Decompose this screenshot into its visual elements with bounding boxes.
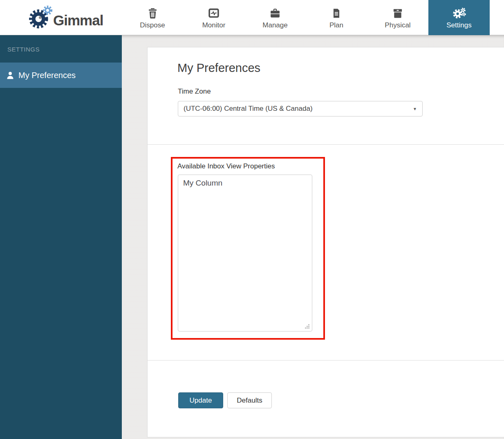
nav-label: Plan (329, 21, 343, 29)
sidebar-section-label: SETTINGS (0, 35, 122, 53)
defaults-button[interactable]: Defaults (227, 392, 272, 408)
nav-tab-plan[interactable]: Plan (306, 0, 367, 35)
gimmal-gears-icon (26, 5, 56, 30)
settings-sidebar: SETTINGS My Preferences (0, 35, 122, 439)
section-divider (148, 144, 504, 145)
inbox-view-properties-label: Available Inbox View Properties (177, 162, 275, 170)
preferences-panel: My Preferences Time Zone (UTC-06:00) Cen… (147, 47, 504, 437)
nav-label: Physical (385, 21, 410, 29)
chevron-down-icon: ▼ (413, 107, 417, 111)
sidebar-item-label: My Preferences (18, 71, 76, 80)
nav-tab-physical[interactable]: Physical (367, 0, 428, 35)
inbox-view-properties-listbox[interactable]: My Column (178, 175, 312, 331)
update-button[interactable]: Update (178, 392, 223, 408)
nav-tab-settings[interactable]: Settings (428, 0, 490, 35)
time-zone-select[interactable]: (UTC-06:00) Central Time (US & Canada) ▼ (178, 101, 423, 116)
brand-name: Gimmal (53, 12, 103, 29)
nav-label: Dispose (140, 21, 165, 29)
nav-label: Monitor (202, 21, 226, 29)
resize-grip-icon[interactable] (305, 324, 310, 329)
time-zone-label: Time Zone (178, 87, 211, 96)
nav-label: Manage (262, 21, 287, 29)
section-divider (148, 360, 504, 361)
briefcase-icon (269, 6, 281, 19)
gimmal-logo[interactable]: Gimmal (26, 3, 103, 32)
sidebar-item-my-preferences[interactable]: My Preferences (0, 63, 122, 88)
monitor-icon (208, 6, 220, 19)
gears-icon (452, 6, 466, 19)
nav-label: Settings (446, 21, 471, 29)
nav-tab-manage[interactable]: Manage (244, 0, 306, 35)
page-title: My Preferences (177, 61, 260, 75)
archive-box-icon (392, 6, 404, 19)
time-zone-selected-value: (UTC-06:00) Central Time (US & Canada) (184, 105, 313, 113)
trash-icon (147, 6, 159, 19)
list-item[interactable]: My Column (178, 175, 312, 191)
document-icon (331, 6, 342, 19)
primary-nav: Dispose Monitor Manage (122, 0, 490, 35)
person-icon (6, 71, 15, 80)
nav-tab-dispose[interactable]: Dispose (122, 0, 183, 35)
top-header: Gimmal Dispose (0, 0, 504, 35)
nav-tab-monitor[interactable]: Monitor (183, 0, 244, 35)
